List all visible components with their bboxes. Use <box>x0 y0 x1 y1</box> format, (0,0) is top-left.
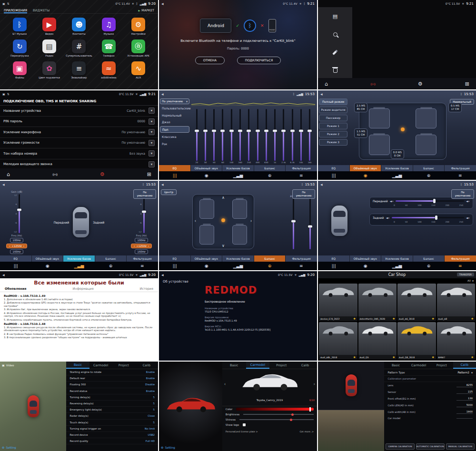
settings-row[interactable]: Название устройства CarKit_blink <box>0 106 158 117</box>
eq-icon[interactable]: ||| <box>318 171 349 180</box>
seat-rear-left[interactable] <box>369 135 390 155</box>
setting-value[interactable]: 5 <box>153 402 155 405</box>
app-shortcut[interactable]: ∿ AUX <box>124 61 153 79</box>
freq-option[interactable]: 100Hz <box>10 238 24 243</box>
dropdown-button[interactable] <box>149 129 155 135</box>
settings-row[interactable]: PIN пароль 0000 <box>0 117 158 127</box>
automatic-calibration-button[interactable]: AUTOMATIC CALIBRATION <box>416 443 445 450</box>
parameter-row[interactable]: Calib LEN(AD in mm) 5000 <box>384 402 476 409</box>
setting-button[interactable]: ⚙Setting <box>2 446 16 449</box>
eq-band-slider[interactable]: 160 <box>236 109 244 164</box>
prev-model-icon[interactable]: ‹ <box>224 382 226 386</box>
manual-calibration-button[interactable]: MANUAL CALIBRATION <box>446 443 475 450</box>
slider-thumb[interactable] <box>203 129 208 132</box>
balance-icon[interactable]: ⊕ <box>413 262 444 270</box>
pattern-type-row[interactable]: Pattern Type Pattern2 <box>384 369 476 376</box>
tab-applications[interactable]: ПРИЛОЖЕНИЯ <box>4 9 27 12</box>
tab-widgets[interactable]: ВИДЖЕТЫ <box>33 9 50 12</box>
tab-balance[interactable]: Баланс <box>413 165 445 171</box>
tab-balance[interactable]: Баланс <box>95 255 127 262</box>
filter-icon[interactable]: ≡ <box>286 171 317 180</box>
rear-gain-slider[interactable] <box>143 194 145 233</box>
slider-thumb[interactable] <box>264 129 268 132</box>
shiness-slider[interactable] <box>239 419 314 420</box>
balance-icon[interactable]: ⊕ <box>95 262 126 270</box>
arrow-right-icon[interactable]: › <box>250 219 252 223</box>
app-shortcut[interactable]: ≈ adbWireless <box>94 61 123 79</box>
mode-item[interactable]: Режим 1 <box>319 123 347 129</box>
slider-thumb[interactable] <box>291 220 296 223</box>
slider-thumb[interactable] <box>229 129 234 132</box>
app-shortcut[interactable]: ▶ Видео <box>34 18 64 35</box>
filter-icon[interactable]: ≡ <box>127 262 158 270</box>
pip-grid-button[interactable]: ⊞ <box>465 81 469 87</box>
preset-item[interactable]: Нормальный <box>160 112 189 118</box>
parameter-row[interactable]: Sensor 225 <box>384 389 476 395</box>
settings-row[interactable]: Radar delay(s) Close <box>66 413 158 419</box>
tab-bass[interactable]: Усиление басов <box>222 165 254 171</box>
mode-item[interactable]: Пассажир <box>319 115 347 121</box>
slider-track[interactable] <box>300 109 302 161</box>
settings-row[interactable]: Turning delay(s) 5 <box>66 394 158 401</box>
bass-icon[interactable]: ▁▃▅ <box>381 262 413 270</box>
slider-track[interactable] <box>239 109 241 161</box>
bass-icon[interactable]: ▁▃▅ <box>63 262 95 270</box>
freq-option[interactable]: 100Hz <box>135 238 149 243</box>
slider-thumb[interactable] <box>290 129 295 132</box>
slider-thumb[interactable] <box>212 129 216 132</box>
front-gain-slider[interactable] <box>19 194 20 233</box>
slider-track[interactable] <box>213 109 215 161</box>
parameter-value[interactable]: 8255 <box>456 383 473 387</box>
dropdown-button[interactable] <box>149 118 155 125</box>
get-more-link[interactable]: Get more..> <box>299 431 314 433</box>
setting-value[interactable]: 5 <box>153 396 155 399</box>
settings-row[interactable]: Default rear Enable <box>66 375 158 382</box>
bass-icon[interactable]: ▁▃▅ <box>222 262 254 270</box>
parameter-row[interactable]: Lens 8255 <box>384 382 476 389</box>
setting-value[interactable]: 5 <box>153 408 155 411</box>
slider-track[interactable] <box>231 109 232 161</box>
playlist-edit-button[interactable]: ▤ <box>329 11 341 21</box>
slider-track[interactable] <box>196 109 198 161</box>
filter-icon[interactable]: ≡ <box>445 171 476 180</box>
next-freq-icon[interactable]: › <box>23 245 24 247</box>
setting-value[interactable]: 5 <box>153 421 155 424</box>
slider-track[interactable] <box>248 109 249 161</box>
eq-icon[interactable]: ||| <box>159 171 190 180</box>
preset-item[interactable]: Джаз <box>160 119 189 125</box>
slider-thumb[interactable] <box>299 129 303 132</box>
favorite-star-icon[interactable]: ★ <box>353 317 356 321</box>
slider-track[interactable] <box>274 109 276 161</box>
car-card[interactable]: Audi_A8L_2018 ★ <box>319 322 357 360</box>
slider-track[interactable] <box>222 109 223 161</box>
eq-band-slider[interactable]: 250 <box>245 109 253 164</box>
slider-thumb[interactable] <box>142 210 146 213</box>
transfer-button[interactable]: TRANSFER <box>457 273 474 276</box>
dropdown-button[interactable] <box>149 150 155 157</box>
pip-grid-button[interactable]: ⊞ <box>147 171 151 177</box>
seat-rear-right[interactable] <box>416 135 436 155</box>
bass-icon[interactable]: ▁▃▅ <box>381 171 413 180</box>
filter-icon[interactable]: ≡ <box>286 262 317 270</box>
tab-eq[interactable]: EQ <box>318 165 350 171</box>
surround-icon[interactable]: ◉ <box>31 262 63 270</box>
arrow-up-icon[interactable]: ∧ <box>222 196 225 200</box>
slider-thumb[interactable] <box>433 199 436 203</box>
back-icon[interactable]: ◀ <box>320 183 323 186</box>
surround-icon[interactable]: ◉ <box>190 262 222 270</box>
setting-value[interactable]: Disable <box>145 383 155 386</box>
parameter-value[interactable] <box>456 418 473 419</box>
parameter-value[interactable]: 1900 <box>456 410 473 414</box>
default-button[interactable]: По умолчанию <box>133 189 156 199</box>
default-button[interactable]: По умолчанию <box>292 189 315 199</box>
delete-button[interactable] <box>329 65 341 76</box>
setting-value[interactable]: Enable <box>146 377 155 380</box>
freq-option[interactable]: 160Hz <box>10 249 24 254</box>
app-shortcut[interactable]: ✿ Цвет подсветки <box>34 61 64 79</box>
slider-thumb[interactable] <box>435 216 437 220</box>
preset-item[interactable]: Пользовательские <box>160 106 189 111</box>
settings-row[interactable]: Record quality Full HD <box>66 438 158 444</box>
eq-icon[interactable]: ||| <box>0 262 31 270</box>
settings-row[interactable]: Усиление громкости По умолчанию <box>0 138 158 149</box>
setting-value[interactable]: USB2 <box>148 433 155 436</box>
